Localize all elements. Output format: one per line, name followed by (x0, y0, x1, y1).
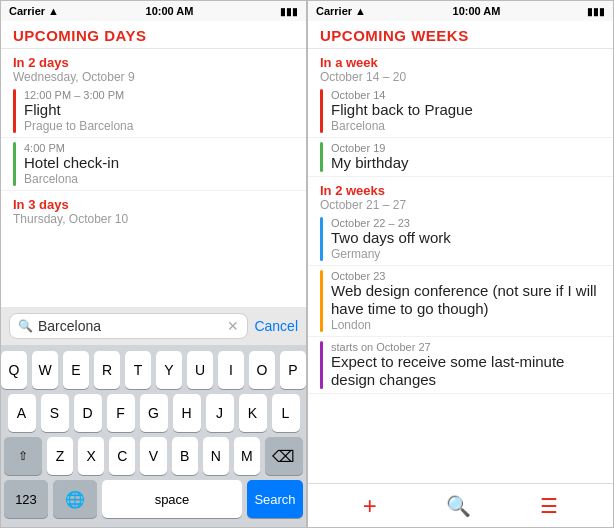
wifi-icon-left: ▲ (48, 5, 59, 17)
event-color-bar-r3 (320, 217, 323, 261)
event-sub-r4: London (331, 318, 601, 332)
key-e[interactable]: E (63, 351, 89, 389)
key-backspace[interactable]: ⌫ (265, 437, 303, 475)
event-color-bar-r5 (320, 341, 323, 389)
section-date-2: Thursday, October 10 (13, 212, 294, 226)
event-title-2: Hotel check-in (24, 154, 294, 172)
section-header-2: In 3 days Thursday, October 10 (1, 191, 306, 227)
event-last-minute[interactable]: starts on October 27 Expect to receive s… (308, 337, 613, 394)
search-input[interactable] (38, 318, 222, 334)
key-y[interactable]: Y (156, 351, 182, 389)
event-title-r3: Two days off work (331, 229, 601, 247)
event-sub-r1: Barcelona (331, 119, 601, 133)
section-daterange-week1: October 14 – 20 (320, 70, 601, 84)
event-color-bar-r1 (320, 89, 323, 133)
search-clear-icon[interactable]: ✕ (227, 318, 239, 334)
key-globe[interactable]: 🌐 (53, 480, 97, 518)
event-sub-1: Prague to Barcelona (24, 119, 294, 133)
section-daterange-week2: October 21 – 27 (320, 198, 601, 212)
key-row-4: 123 🌐 space Search (4, 480, 303, 518)
key-i[interactable]: I (218, 351, 244, 389)
key-u[interactable]: U (187, 351, 213, 389)
section-label-1: In 2 days (13, 55, 294, 70)
key-q[interactable]: Q (1, 351, 27, 389)
event-time-1: 12:00 PM – 3:00 PM (24, 89, 294, 101)
section-label-week1: In a week (320, 55, 601, 70)
event-sub-2: Barcelona (24, 172, 294, 186)
key-x[interactable]: X (78, 437, 104, 475)
key-k[interactable]: K (239, 394, 267, 432)
event-date-r4: October 23 (331, 270, 601, 282)
event-title-r5: Expect to receive some last-minute desig… (331, 353, 601, 389)
key-space[interactable]: space (102, 480, 242, 518)
key-d[interactable]: D (74, 394, 102, 432)
event-time-2: 4:00 PM (24, 142, 294, 154)
battery-right: ▮▮▮ (587, 6, 605, 17)
wifi-icon-right: ▲ (355, 5, 366, 17)
key-c[interactable]: C (109, 437, 135, 475)
content-right: In a week October 14 – 20 October 14 Fli… (308, 49, 613, 483)
key-search[interactable]: Search (247, 480, 303, 518)
key-z[interactable]: Z (47, 437, 73, 475)
page-title-left: UPCOMING DAYS (1, 21, 306, 49)
key-l[interactable]: L (272, 394, 300, 432)
keyboard: Q W E R T Y U I O P A S D F G H J K L ⇧ … (1, 345, 306, 527)
time-left: 10:00 AM (146, 5, 194, 17)
search-input-wrap[interactable]: 🔍 ✕ (9, 313, 248, 339)
event-date-r5: starts on October 27 (331, 341, 601, 353)
left-panel: Carrier ▲ 10:00 AM ▮▮▮ UPCOMING DAYS In … (0, 0, 307, 528)
battery-left: ▮▮▮ (280, 6, 298, 17)
key-w[interactable]: W (32, 351, 58, 389)
event-color-bar-2 (13, 142, 16, 186)
key-p[interactable]: P (280, 351, 306, 389)
event-hotel[interactable]: 4:00 PM Hotel check-in Barcelona (1, 138, 306, 191)
section-label-week2: In 2 weeks (320, 183, 601, 198)
status-bar-right: Carrier ▲ 10:00 AM ▮▮▮ (308, 1, 613, 21)
carrier-right: Carrier ▲ (316, 5, 366, 17)
key-s[interactable]: S (41, 394, 69, 432)
key-j[interactable]: J (206, 394, 234, 432)
key-f[interactable]: F (107, 394, 135, 432)
search-cancel-button[interactable]: Cancel (254, 318, 298, 334)
key-a[interactable]: A (8, 394, 36, 432)
event-web-conference[interactable]: October 23 Web design conference (not su… (308, 266, 613, 337)
event-title-r4: Web design conference (not sure if I wil… (331, 282, 601, 318)
page-title-right: UPCOMING WEEKS (308, 21, 613, 49)
key-g[interactable]: G (140, 394, 168, 432)
search-button[interactable]: 🔍 (446, 494, 471, 518)
event-flight[interactable]: 12:00 PM – 3:00 PM Flight Prague to Barc… (1, 85, 306, 138)
add-button[interactable]: + (363, 492, 377, 520)
key-r[interactable]: R (94, 351, 120, 389)
event-color-bar-r2 (320, 142, 323, 172)
key-o[interactable]: O (249, 351, 275, 389)
section-header-week2: In 2 weeks October 21 – 27 (308, 177, 613, 213)
event-title-r1: Flight back to Prague (331, 101, 601, 119)
status-bar-left: Carrier ▲ 10:00 AM ▮▮▮ (1, 1, 306, 21)
key-shift[interactable]: ⇧ (4, 437, 42, 475)
event-sub-r3: Germany (331, 247, 601, 261)
event-title-r2: My birthday (331, 154, 601, 172)
event-title-1: Flight (24, 101, 294, 119)
key-h[interactable]: H (173, 394, 201, 432)
key-n[interactable]: N (203, 437, 229, 475)
event-date-r3: October 22 – 23 (331, 217, 601, 229)
key-t[interactable]: T (125, 351, 151, 389)
bottom-toolbar: + 🔍 ☰ (308, 483, 613, 527)
key-123[interactable]: 123 (4, 480, 48, 518)
menu-button[interactable]: ☰ (540, 494, 558, 518)
content-left: In 2 days Wednesday, October 9 12:00 PM … (1, 49, 306, 307)
event-date-r1: October 14 (331, 89, 601, 101)
event-date-r2: October 19 (331, 142, 601, 154)
event-days-off[interactable]: October 22 – 23 Two days off work German… (308, 213, 613, 266)
key-b[interactable]: B (172, 437, 198, 475)
carrier-left: Carrier ▲ (9, 5, 59, 17)
event-birthday[interactable]: October 19 My birthday (308, 138, 613, 177)
event-flight-prague[interactable]: October 14 Flight back to Prague Barcelo… (308, 85, 613, 138)
event-color-bar-r4 (320, 270, 323, 332)
key-row-3: ⇧ Z X C V B N M ⌫ (4, 437, 303, 475)
key-v[interactable]: V (140, 437, 166, 475)
search-bar: 🔍 ✕ Cancel (1, 307, 306, 345)
right-panel: Carrier ▲ 10:00 AM ▮▮▮ UPCOMING WEEKS In… (307, 0, 614, 528)
key-m[interactable]: M (234, 437, 260, 475)
section-date-1: Wednesday, October 9 (13, 70, 294, 84)
